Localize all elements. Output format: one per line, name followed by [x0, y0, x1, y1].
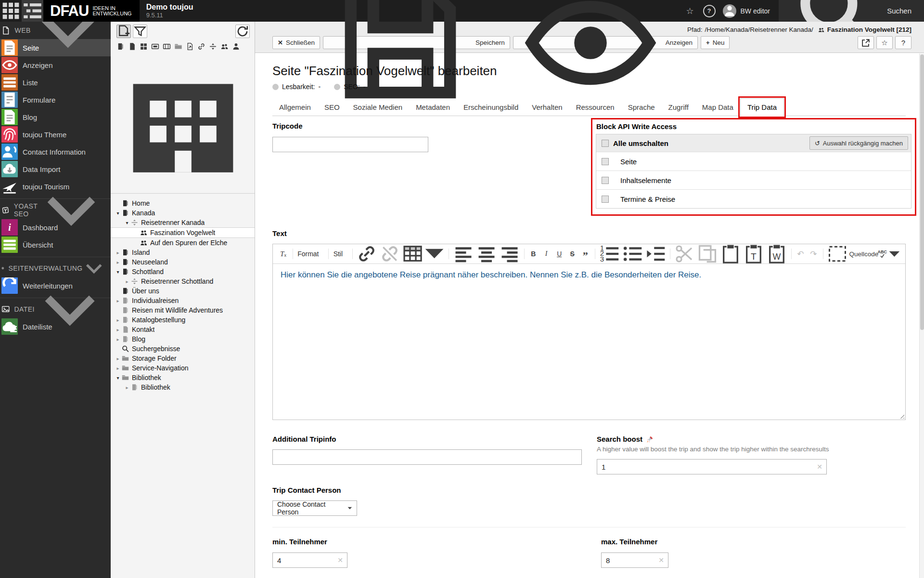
tab-map-data[interactable]: Map Data [695, 98, 740, 116]
clear-icon[interactable]: ✕ [658, 556, 664, 564]
bookmark-star-button[interactable]: ☆ [680, 0, 700, 22]
expand-toggle[interactable]: ▸ [115, 337, 121, 342]
redo-button[interactable]: ↷ [807, 248, 820, 260]
align-right-button[interactable] [498, 248, 521, 260]
view-button[interactable]: Anzeigen [513, 36, 698, 49]
module-formulare[interactable]: Formulare [0, 91, 111, 108]
search-boost-input[interactable] [597, 459, 827, 474]
source-code-button[interactable]: Quellcode [849, 248, 876, 260]
tree-node-neuseeland[interactable]: ▸Neuseeland [111, 257, 255, 267]
drag-external-shortcut-icon[interactable] [186, 42, 194, 51]
open-in-new-window-button[interactable] [858, 36, 874, 49]
collapse-toggle[interactable]: ▾ [115, 269, 121, 275]
format-dropdown[interactable]: Format [295, 248, 325, 260]
underline-button[interactable]: U [553, 248, 566, 260]
drag-shortcut-icon[interactable] [140, 42, 148, 51]
tripinfo-input[interactable] [272, 449, 582, 465]
drag-divider-icon[interactable] [209, 42, 217, 51]
strikethrough-button[interactable]: S [566, 248, 579, 260]
new-button[interactable]: + Neu [701, 36, 730, 49]
tree-node-individualreisen[interactable]: ▸Individualreisen [111, 296, 255, 305]
expand-toggle[interactable]: ▸ [115, 356, 121, 361]
tab-ressourcen[interactable]: Ressourcen [569, 98, 621, 116]
close-button[interactable]: ✕ Schließen [272, 36, 320, 49]
tab-allgemein[interactable]: Allgemein [272, 98, 318, 116]
tree-node-schottland[interactable]: ▾Schottland [111, 267, 255, 276]
tree-node-faszination-vogelwelt[interactable]: Faszination Vogelwelt [111, 227, 255, 238]
user-menu[interactable]: BW editor [719, 0, 779, 22]
module-group-yoast-seo[interactable]: YOAST SEO [0, 198, 111, 219]
drag-storage-icon[interactable] [116, 54, 250, 189]
save-button[interactable]: Speichern [323, 36, 510, 49]
contact-person-select[interactable]: Choose Contact Person [272, 500, 357, 516]
table-button[interactable] [401, 248, 446, 260]
collapse-toggle[interactable]: ▾ [124, 220, 130, 225]
unlink-button[interactable] [378, 248, 401, 260]
drag-plain-page-icon[interactable] [128, 42, 136, 51]
current-page[interactable]: Faszination Vogelwelt [212] [827, 26, 911, 33]
tree-node-auf-den-spuren-der-elche[interactable]: Auf den Spuren der Elche [111, 238, 255, 248]
module-data-import[interactable]: Data Import [0, 160, 111, 178]
tab-soziale-medien[interactable]: Soziale Medien [346, 98, 410, 116]
blockquote-button[interactable]: ” [579, 246, 592, 262]
drag-link-icon[interactable] [197, 42, 205, 51]
module-toujou-theme[interactable]: toujou Theme [0, 126, 111, 143]
undo-button[interactable]: ↶ [794, 248, 807, 260]
tripcode-input[interactable] [272, 137, 428, 152]
module-group-web[interactable]: WEB [0, 22, 111, 39]
clear-icon[interactable]: ✕ [337, 556, 343, 564]
global-search[interactable]: Suchen [779, 0, 924, 22]
toggle-all-checkbox[interactable] [602, 140, 609, 147]
clear-icon[interactable]: ✕ [817, 463, 822, 471]
seite-checkbox[interactable] [602, 158, 609, 165]
main-scrollbar[interactable] [919, 53, 924, 578]
drag-mountpoint-icon[interactable] [163, 42, 171, 51]
tree-node-service-navigation[interactable]: ▸Service-Navigation [111, 363, 255, 373]
module-liste[interactable]: Liste [0, 74, 111, 91]
expand-toggle[interactable]: ▸ [115, 366, 121, 371]
new-page-button[interactable] [116, 25, 131, 38]
termine-preise-checkbox[interactable] [602, 196, 609, 203]
tab-trip-data[interactable]: Trip Data [740, 98, 784, 116]
tree-node-ueber-uns[interactable]: Über uns [111, 286, 255, 296]
tree-node-reisetrenner-schottland[interactable]: ▸Reisetrenner Schottland [111, 276, 255, 286]
tab-verhalten[interactable]: Verhalten [525, 98, 569, 116]
ordered-list-button[interactable]: 123 [598, 248, 621, 260]
remove-format-button[interactable]: Tx [277, 248, 290, 260]
tree-node-suchergebnisse[interactable]: Suchergebnisse [111, 344, 255, 354]
min-teilnehmer-input[interactable] [272, 552, 347, 568]
drag-page-icon[interactable] [116, 42, 125, 51]
tab-zugriff[interactable]: Zugriff [662, 98, 695, 116]
tab-metadaten[interactable]: Metadaten [409, 98, 457, 116]
expand-toggle[interactable]: ▸ [124, 279, 130, 284]
apps-grid-button[interactable] [0, 0, 22, 22]
module-blog[interactable]: Blog [0, 108, 111, 126]
tree-node-kanada[interactable]: ▾Kanada [111, 208, 255, 218]
align-center-button[interactable] [475, 248, 498, 260]
tree-node-home[interactable]: Home [111, 198, 255, 208]
tree-node-kontakt[interactable]: ▸Kontakt [111, 325, 255, 334]
drag-folder-icon[interactable] [174, 42, 182, 51]
italic-button[interactable]: I [540, 248, 553, 260]
filter-button[interactable] [133, 25, 147, 38]
tree-node-reisetrenner-kanada[interactable]: ▾Reisetrenner Kanada [111, 218, 255, 227]
scrollbar-thumb[interactable] [920, 54, 924, 330]
paste-from-word-button[interactable]: W [765, 248, 788, 260]
module-contact-information[interactable]: Contact Information [0, 143, 111, 160]
tree-node-katalogbestellung[interactable]: ▸Katalogbestellung [111, 315, 255, 325]
indent-button[interactable] [644, 248, 667, 260]
module-menu-toggle-button[interactable] [22, 0, 43, 22]
resize-handle[interactable] [898, 413, 904, 419]
copy-button[interactable] [696, 248, 719, 260]
collapse-toggle[interactable]: ▾ [115, 375, 121, 381]
tree-node-bibliothek-child[interactable]: ▸Bibliothek [111, 382, 255, 392]
cut-button[interactable] [673, 248, 696, 260]
bold-button[interactable]: B [527, 248, 540, 260]
tree-node-storage-folder[interactable]: ▸Storage Folder [111, 354, 255, 363]
drag-users-icon[interactable] [220, 42, 229, 51]
tab-seo[interactable]: SEO [318, 98, 346, 116]
tree-node-island[interactable]: ▸Island [111, 248, 255, 257]
paste-as-text-button[interactable]: T [742, 248, 765, 260]
tab-erscheinungsbild[interactable]: Erscheinungsbild [457, 98, 525, 116]
doc-help-button[interactable]: ? [895, 36, 911, 49]
